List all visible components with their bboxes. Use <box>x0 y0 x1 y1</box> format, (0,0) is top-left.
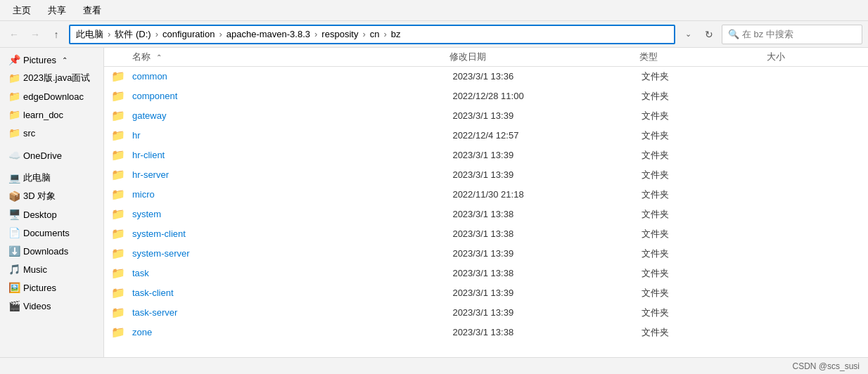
file-type-1: 文件夹 <box>642 90 767 103</box>
sidebar-item-onedrive[interactable]: ☁️ OneDrive <box>0 146 103 165</box>
path-segment-1: 软件 (D:) <box>115 28 151 41</box>
file-type-9: 文件夹 <box>642 247 767 260</box>
sidebar-item-downloads[interactable]: ⬇️ Downloads <box>0 242 103 260</box>
videos-icon: 🎬 <box>8 300 20 311</box>
src-folder-icon: 📁 <box>8 127 20 138</box>
sidebar-item-music[interactable]: 🎵 Music <box>0 260 103 278</box>
file-name-6: micro <box>132 189 452 200</box>
file-date-11: 2023/3/1 13:39 <box>452 288 641 298</box>
file-name-11: task-client <box>132 288 452 298</box>
back-button[interactable]: ← <box>6 26 23 43</box>
file-name-5: hr-server <box>132 169 452 180</box>
sidebar-item-java[interactable]: 📁 2023版.java面试 <box>0 69 103 87</box>
sidebar-item-videos[interactable]: 🎬 Videos <box>0 297 103 315</box>
file-name-0: common <box>132 71 452 82</box>
path-segment-5: cn <box>370 29 380 39</box>
file-name-10: task <box>132 268 452 278</box>
sidebar-item-src[interactable]: 📁 src <box>0 124 103 142</box>
onedrive-icon: ☁️ <box>8 150 20 161</box>
sidebar-item-edge[interactable]: 📁 edgeDownloac <box>0 87 103 105</box>
music-icon: 🎵 <box>8 264 20 275</box>
file-name-7: system <box>132 209 452 219</box>
sidebar-label-downloads: Downloads <box>23 246 68 257</box>
file-name-4: hr-client <box>132 150 452 160</box>
file-date-5: 2023/3/1 13:39 <box>452 169 641 180</box>
refresh-button[interactable]: ↻ <box>701 26 717 43</box>
up-button[interactable]: ↑ <box>48 26 65 43</box>
table-row[interactable]: 📁 gateway 2023/3/1 13:39 文件夹 <box>104 106 868 126</box>
sidebar-label-pictures-pinned: Pictures <box>23 55 56 65</box>
folder-icon-0: 📁 <box>104 70 132 83</box>
thispc-icon: 💻 <box>8 172 20 183</box>
file-date-1: 2022/12/28 11:00 <box>452 91 641 101</box>
sidebar-label-music: Music <box>23 264 47 275</box>
sidebar-item-pictures[interactable]: 🖼️ Pictures <box>0 278 103 297</box>
table-row[interactable]: 📁 system-server 2023/3/1 13:39 文件夹 <box>104 244 868 264</box>
table-row[interactable]: 📁 hr-server 2023/3/1 13:39 文件夹 <box>104 165 868 185</box>
file-date-12: 2023/3/1 13:39 <box>452 307 641 318</box>
file-date-10: 2023/3/1 13:38 <box>452 268 641 278</box>
documents-icon: 📄 <box>8 227 20 238</box>
sidebar-item-documents[interactable]: 📄 Documents <box>0 224 103 242</box>
search-box: 🔍 <box>722 25 862 44</box>
menu-home[interactable]: 主页 <box>6 2 38 19</box>
table-row[interactable]: 📁 hr 2022/12/4 12:57 文件夹 <box>104 126 868 146</box>
table-row[interactable]: 📁 zone 2023/3/1 13:38 文件夹 <box>104 323 868 342</box>
folder-icon-9: 📁 <box>104 247 132 260</box>
address-dropdown-button[interactable]: ⌄ <box>679 25 696 44</box>
name-sort-icon: ⌃ <box>156 53 162 61</box>
file-name-13: zone <box>132 327 452 337</box>
desktop-icon: 🖥️ <box>8 209 20 220</box>
file-type-10: 文件夹 <box>642 267 767 280</box>
file-date-0: 2023/3/1 13:36 <box>452 71 641 82</box>
table-row[interactable]: 📁 micro 2022/11/30 21:18 文件夹 <box>104 185 868 205</box>
file-name-8: system-client <box>132 228 452 239</box>
table-row[interactable]: 📁 hr-client 2023/3/1 13:39 文件夹 <box>104 146 868 165</box>
menu-view[interactable]: 查看 <box>76 2 108 19</box>
file-list-header: 名称 ⌃ 修改日期 类型 大小 <box>104 48 868 67</box>
folder-icon-13: 📁 <box>104 325 132 339</box>
col-size-header[interactable]: 大小 <box>767 51 868 63</box>
folder-icon-7: 📁 <box>104 207 132 221</box>
table-row[interactable]: 📁 component 2022/12/28 11:00 文件夹 <box>104 86 868 106</box>
sidebar-item-learndoc[interactable]: 📁 learn_doc <box>0 105 103 124</box>
file-date-2: 2023/3/1 13:39 <box>452 110 641 121</box>
search-input[interactable] <box>742 29 860 39</box>
folder-icon-5: 📁 <box>104 168 132 181</box>
table-row[interactable]: 📁 task-server 2023/3/1 13:39 文件夹 <box>104 303 868 323</box>
sidebar-label-pictures: Pictures <box>23 283 56 293</box>
file-type-2: 文件夹 <box>642 110 767 122</box>
file-area: 名称 ⌃ 修改日期 类型 大小 📁 common 2023/3/1 13:36 … <box>104 48 868 357</box>
table-row[interactable]: 📁 system-client 2023/3/1 13:38 文件夹 <box>104 224 868 244</box>
menu-share[interactable]: 共享 <box>41 2 73 19</box>
file-date-9: 2023/3/1 13:39 <box>452 248 641 259</box>
col-date-header[interactable]: 修改日期 <box>449 51 640 63</box>
forward-button[interactable]: → <box>27 26 44 43</box>
table-row[interactable]: 📁 task-client 2023/3/1 13:39 文件夹 <box>104 283 868 303</box>
sidebar-item-thispc[interactable]: 💻 此电脑 <box>0 169 103 187</box>
file-date-4: 2023/3/1 13:39 <box>452 150 641 160</box>
path-segment-2: configuration <box>162 29 215 39</box>
sidebar-label-videos: Videos <box>23 301 51 311</box>
col-name-header[interactable]: 名称 ⌃ <box>104 51 449 63</box>
file-type-5: 文件夹 <box>642 169 767 181</box>
downloads-icon: ⬇️ <box>8 245 20 257</box>
sidebar-item-desktop[interactable]: 🖥️ Desktop <box>0 205 103 224</box>
col-type-header[interactable]: 类型 <box>639 51 766 63</box>
sidebar-label-edge: edgeDownloac <box>23 91 84 102</box>
content-area: 📌 Pictures ⌃ 📁 2023版.java面试 📁 edgeDownlo… <box>0 48 868 357</box>
table-row[interactable]: 📁 task 2023/3/1 13:38 文件夹 <box>104 264 868 283</box>
path-segment-3: apache-maven-3.8.3 <box>226 29 310 39</box>
folder-icon-2: 📁 <box>104 109 132 122</box>
sidebar-item-3d[interactable]: 📦 3D 对象 <box>0 187 103 205</box>
table-row[interactable]: 📁 common 2023/3/1 13:36 文件夹 <box>104 67 868 86</box>
sidebar-label-3d: 3D 对象 <box>23 190 56 202</box>
path-segment-6: bz <box>391 29 401 39</box>
address-bar-row: ← → ↑ 此电脑 › 软件 (D:) › configuration › ap… <box>0 21 868 48</box>
folder-icon-6: 📁 <box>104 188 132 201</box>
table-row[interactable]: 📁 system 2023/3/1 13:38 文件夹 <box>104 205 868 224</box>
sidebar-item-pictures-pinned[interactable]: 📌 Pictures ⌃ <box>0 51 103 69</box>
address-box[interactable]: 此电脑 › 软件 (D:) › configuration › apache-m… <box>69 25 675 44</box>
file-type-0: 文件夹 <box>642 70 767 83</box>
file-type-6: 文件夹 <box>642 188 767 201</box>
